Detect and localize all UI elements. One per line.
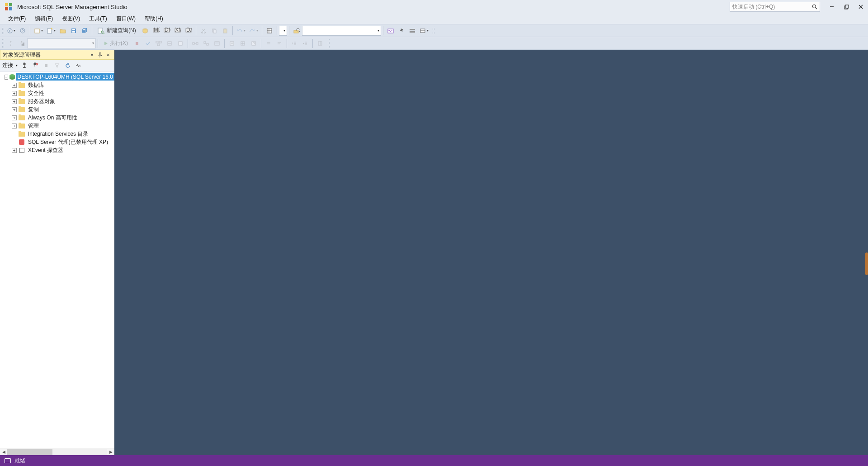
properties-button[interactable]: [264, 26, 274, 36]
cut-button[interactable]: [198, 26, 208, 36]
decrease-indent-button[interactable]: [289, 38, 299, 48]
redo-button[interactable]: ▾: [248, 26, 259, 36]
refresh-button[interactable]: [64, 62, 72, 70]
minimize-button[interactable]: [825, 0, 839, 14]
expand-icon[interactable]: +: [12, 115, 17, 120]
pin-button[interactable]: [96, 51, 104, 58]
include-plan-button[interactable]: [190, 38, 200, 48]
cancel-query-button[interactable]: [132, 38, 142, 48]
results-to-text-button[interactable]: [227, 38, 237, 48]
find-button[interactable]: [292, 26, 302, 36]
connect-label[interactable]: 连接: [2, 62, 13, 69]
save-all-button[interactable]: [80, 26, 90, 36]
menu-view[interactable]: 视图(V): [57, 14, 85, 24]
window-position-button[interactable]: ▾: [88, 51, 95, 58]
filter-button[interactable]: [53, 62, 61, 70]
collapse-icon[interactable]: −: [5, 75, 8, 80]
undo-button[interactable]: ▾: [235, 26, 247, 36]
collapsed-panel-handle[interactable]: [865, 252, 868, 275]
expand-icon[interactable]: +: [12, 99, 17, 104]
expand-icon[interactable]: +: [12, 148, 17, 153]
quick-launch-input[interactable]: 快速启动 (Ctrl+Q): [730, 2, 820, 12]
open-file-button[interactable]: [58, 26, 68, 36]
include-live-stats-button[interactable]: [201, 38, 211, 48]
execute-button[interactable]: 执行(X): [100, 38, 131, 48]
nav-forward-button[interactable]: [18, 26, 28, 36]
menu-window[interactable]: 窗口(W): [112, 14, 140, 24]
new-project-button[interactable]: ▾: [33, 26, 44, 36]
tree-node-server-objects[interactable]: + 服务器对象: [0, 97, 114, 105]
connect-object-explorer-button[interactable]: [20, 62, 28, 70]
toolbar-grip-2[interactable]: [432, 26, 435, 35]
change-connection-button[interactable]: [6, 38, 16, 48]
paste-button[interactable]: [220, 26, 230, 36]
database-combo[interactable]: ▾: [27, 38, 96, 48]
xmla-query-button[interactable]: XMLA: [173, 26, 183, 36]
save-button[interactable]: [69, 26, 79, 36]
stop-button[interactable]: [42, 62, 50, 70]
template-browser-button[interactable]: ▾: [418, 26, 430, 36]
results-to-grid-button[interactable]: [238, 38, 248, 48]
dax-query-button[interactable]: DAX: [184, 26, 193, 36]
tree-node-integration-services[interactable]: Integration Services 目录: [0, 130, 114, 138]
tree-node-always-on[interactable]: + Always On 高可用性: [0, 114, 114, 122]
registered-servers-button[interactable]: [407, 26, 417, 36]
tree-node-databases[interactable]: + 数据库: [0, 81, 114, 89]
close-button[interactable]: [854, 0, 868, 14]
results-to-file-button[interactable]: [249, 38, 259, 48]
menu-tools[interactable]: 工具(T): [85, 14, 111, 24]
increase-indent-button[interactable]: [300, 38, 310, 48]
parse-button[interactable]: [143, 38, 153, 48]
scroll-track[interactable]: [7, 449, 107, 455]
expand-icon[interactable]: +: [12, 83, 17, 88]
expand-icon[interactable]: +: [12, 124, 17, 128]
solution-config-combo[interactable]: ▾: [279, 26, 287, 36]
scroll-thumb[interactable]: [7, 449, 52, 455]
expand-icon[interactable]: +: [12, 91, 17, 96]
menu-help[interactable]: 帮助(H): [140, 14, 168, 24]
uncomment-button[interactable]: [274, 38, 284, 48]
tools-options-button[interactable]: [396, 26, 406, 36]
dmx-query-button[interactable]: DMX: [162, 26, 172, 36]
expand-icon[interactable]: +: [12, 107, 17, 112]
menu-file[interactable]: 文件(F): [4, 14, 30, 24]
menu-edit[interactable]: 编辑(E): [30, 14, 57, 24]
tree-node-server[interactable]: − DESKTOP-L604UMH (SQL Server 16.0: [0, 73, 114, 81]
toolbar-grip[interactable]: [2, 26, 5, 35]
mdx-query-button[interactable]: MDX: [151, 26, 161, 36]
tree-node-security[interactable]: + 安全性: [0, 89, 114, 97]
copy-button[interactable]: [209, 26, 219, 36]
svg-rect-42: [294, 30, 298, 33]
object-explorer-tree[interactable]: − DESKTOP-L604UMH (SQL Server 16.0 + 数据库…: [0, 71, 114, 448]
close-panel-button[interactable]: ✕: [104, 51, 112, 58]
tree-node-sql-agent[interactable]: SQL Server 代理(已禁用代理 XP): [0, 138, 114, 146]
horizontal-scrollbar[interactable]: ◀ ▶: [0, 448, 114, 455]
new-query-button[interactable]: 新建查询(N): [94, 26, 139, 36]
specify-template-button[interactable]: T: [315, 38, 325, 48]
tree-node-replication[interactable]: + 复制: [0, 105, 114, 114]
server-label: DESKTOP-L604UMH (SQL Server 16.0: [16, 73, 114, 81]
comment-button[interactable]: [264, 38, 274, 48]
svg-rect-46: [410, 29, 415, 30]
new-item-button[interactable]: ▾: [45, 26, 57, 36]
query-options-button[interactable]: [165, 38, 175, 48]
scroll-right-icon[interactable]: ▶: [107, 450, 114, 454]
folder-icon: [18, 82, 25, 88]
toolbar-grip-3[interactable]: [2, 39, 5, 48]
activity-monitor-button[interactable]: [386, 26, 396, 36]
scroll-left-icon[interactable]: ◀: [0, 450, 7, 454]
nav-back-button[interactable]: ▾: [6, 26, 17, 36]
intellisense-button[interactable]: [175, 38, 185, 48]
toolbar-grip-4[interactable]: [327, 39, 330, 48]
include-client-stats-button[interactable]: [212, 38, 222, 48]
database-engine-query-button[interactable]: [140, 26, 150, 36]
maximize-button[interactable]: [839, 0, 854, 14]
tree-node-management[interactable]: + 管理: [0, 122, 114, 130]
svg-rect-57: [179, 42, 182, 45]
activity-button[interactable]: [75, 62, 83, 70]
find-combo[interactable]: ▾: [302, 26, 381, 36]
folder-icon: [18, 131, 25, 137]
tree-node-xevent[interactable]: + XEvent 探查器: [0, 146, 114, 154]
disconnect-button[interactable]: [31, 62, 39, 70]
estimated-plan-button[interactable]: [154, 38, 164, 48]
